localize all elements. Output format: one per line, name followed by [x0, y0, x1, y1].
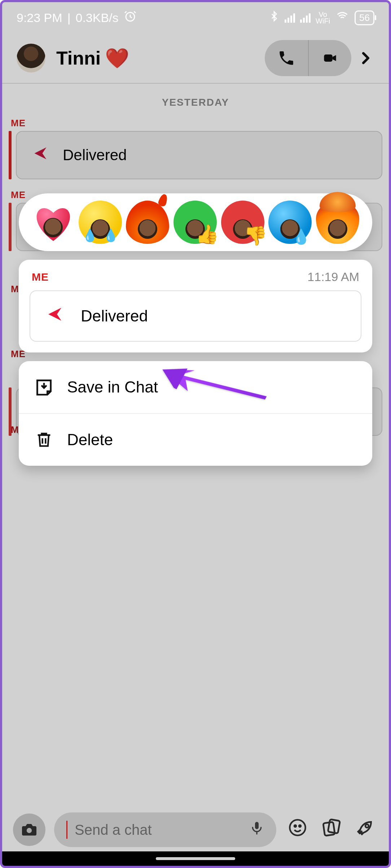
- video-call-button[interactable]: [308, 40, 351, 76]
- selected-sender-label: ME: [32, 271, 49, 283]
- reaction-picker: 💧💧: [19, 193, 372, 251]
- text-cursor: [66, 821, 67, 839]
- svg-point-6: [299, 825, 301, 827]
- sender-label: ME: [2, 114, 389, 131]
- audio-call-button[interactable]: [265, 40, 308, 76]
- svg-point-4: [290, 820, 305, 835]
- call-controls: [265, 40, 351, 76]
- sent-snap-icon: [32, 145, 48, 165]
- message-context-popup: 💧💧 ME 11:19 AM Delivered Save in Chat: [19, 193, 372, 466]
- snap-status-text: Delivered: [63, 146, 127, 164]
- svg-point-2: [27, 828, 32, 833]
- trash-icon: [33, 429, 55, 451]
- reaction-fire[interactable]: [126, 201, 169, 244]
- svg-rect-3: [255, 822, 259, 829]
- alarm-icon: [124, 10, 137, 26]
- status-time: 9:23 PM: [17, 11, 62, 25]
- status-bar: 9:23 PM | 0.3KB/s VoWiFi 56: [2, 2, 389, 33]
- svg-point-5: [294, 825, 296, 827]
- chat-settings-chevron-icon[interactable]: [351, 47, 380, 69]
- home-indicator[interactable]: [156, 857, 235, 860]
- contact-title[interactable]: Tinni ❤️: [56, 47, 129, 70]
- reaction-mind-blown[interactable]: [316, 201, 359, 244]
- snap-status-box[interactable]: Delivered: [16, 131, 382, 179]
- save-icon: [33, 376, 55, 398]
- reaction-thumbs-up[interactable]: [173, 201, 217, 244]
- svg-rect-1: [324, 54, 332, 62]
- reaction-heart[interactable]: [32, 202, 74, 242]
- microphone-icon[interactable]: [250, 819, 264, 840]
- selected-snap-box: Delivered: [30, 290, 361, 342]
- chat-text-input[interactable]: Send a chat: [54, 812, 276, 847]
- contact-avatar[interactable]: [17, 44, 45, 73]
- gallery-button[interactable]: [319, 817, 344, 842]
- selected-message-card: ME 11:19 AM Delivered: [19, 260, 372, 352]
- selected-message-time: 11:19 AM: [307, 270, 359, 284]
- vowifi-icon: VoWiFi: [316, 11, 330, 24]
- reaction-cry[interactable]: [268, 201, 312, 244]
- signal-2-icon: [300, 13, 311, 23]
- selected-snap-status: Delivered: [81, 307, 148, 325]
- svg-point-9: [365, 824, 369, 828]
- heart-icon: ❤️: [105, 47, 129, 70]
- menu-save-label: Save in Chat: [67, 378, 158, 396]
- chat-header: Tinni ❤️: [2, 33, 389, 84]
- input-placeholder: Send a chat: [75, 822, 242, 838]
- reaction-thumbs-down[interactable]: [221, 201, 264, 244]
- camera-button[interactable]: [13, 814, 45, 846]
- sent-snap-icon: [46, 306, 63, 326]
- system-nav-bar: [2, 851, 389, 866]
- rocket-button[interactable]: [353, 818, 378, 842]
- sender-accent-bar: [9, 203, 12, 251]
- bluetooth-icon: [269, 10, 280, 25]
- stickers-button[interactable]: [285, 818, 310, 841]
- sender-accent-bar: [9, 131, 12, 179]
- menu-delete-label: Delete: [67, 431, 113, 449]
- menu-delete[interactable]: Delete: [19, 413, 372, 466]
- battery-icon: 56: [355, 10, 374, 25]
- status-netspeed: 0.3KB/s: [75, 11, 118, 25]
- contact-name: Tinni: [56, 47, 101, 69]
- wifi-icon: [335, 10, 350, 25]
- reaction-laugh[interactable]: 💧💧: [79, 201, 122, 244]
- signal-1-icon: [285, 13, 295, 23]
- chat-input-bar: Send a chat: [2, 808, 389, 851]
- day-divider-yesterday: YESTERDAY: [2, 91, 389, 114]
- status-divider: |: [67, 11, 71, 25]
- message-row[interactable]: Delivered: [2, 131, 389, 186]
